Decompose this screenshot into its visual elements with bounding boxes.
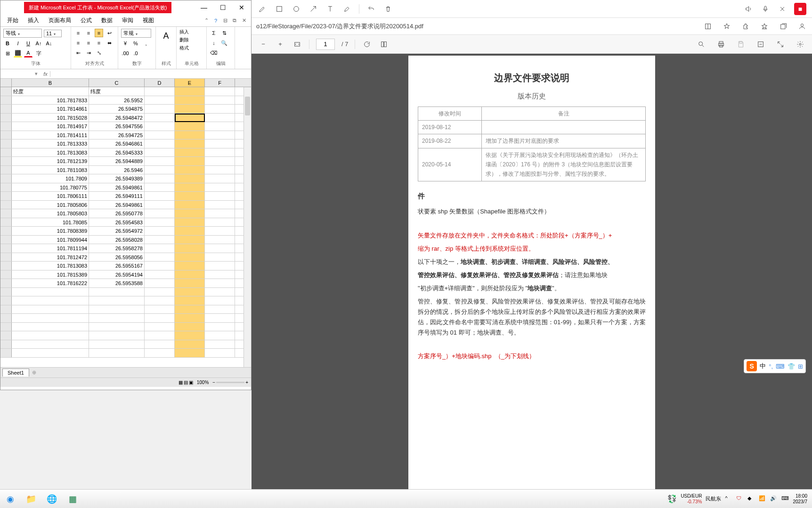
mic-icon[interactable] xyxy=(760,4,771,14)
table-row[interactable]: 101.781622226.5953588 xyxy=(0,279,251,288)
inc-decimal-button[interactable]: .00 xyxy=(121,49,130,57)
close-small-icon[interactable]: ✕ xyxy=(241,17,247,24)
currency-widget[interactable]: USD/EUR -0.73% xyxy=(681,493,702,505)
window-maximize-button[interactable]: ☐ xyxy=(213,1,232,14)
delete-icon[interactable] xyxy=(383,4,393,14)
table-row[interactable]: 101.781119426.5958278 xyxy=(0,244,251,253)
vertical-scrollbar[interactable] xyxy=(244,87,251,367)
font-shrink-button[interactable]: A↓ xyxy=(45,39,53,48)
font-grow-button[interactable]: A↑ xyxy=(34,39,43,48)
pageview-icon[interactable] xyxy=(379,39,389,49)
sheet-rows[interactable]: 经度纬度101.781783326.5952101.781486126.5948… xyxy=(0,87,251,358)
ime-keyboard-icon[interactable]: ⌨ xyxy=(776,361,785,371)
clear-button[interactable]: ⌫ xyxy=(210,49,218,57)
indent-inc-button[interactable]: ⇥ xyxy=(84,49,93,57)
zoom-out-icon[interactable]: − xyxy=(258,39,268,49)
view-normal-icon[interactable]: ▦ xyxy=(179,380,183,385)
tray-ime-icon[interactable]: ⌨ xyxy=(781,495,789,503)
menu-formula[interactable]: 公式 xyxy=(76,15,97,26)
orient-button[interactable]: ⤡ xyxy=(95,49,103,57)
tray-shield-icon[interactable]: 🛡 xyxy=(736,495,744,503)
favorites-list-icon[interactable] xyxy=(759,21,770,32)
favorite-icon[interactable] xyxy=(722,21,732,32)
pdf-page-input[interactable] xyxy=(316,39,335,50)
sheet-tab-1[interactable]: Sheet1 xyxy=(2,369,29,377)
underline-button[interactable]: U xyxy=(24,39,32,48)
tray-volume-icon[interactable]: 🔊 xyxy=(770,495,778,503)
circle-icon[interactable] xyxy=(291,4,301,14)
collections-icon[interactable] xyxy=(778,21,788,32)
table-row[interactable]: 101.780580626.5949861 xyxy=(0,201,251,210)
excel-titlebar[interactable]: 新建 Microsoft Excel 工作表 - Microsoft Excel… xyxy=(0,0,251,15)
merge-button[interactable]: ⬌ xyxy=(105,39,114,47)
currency-button[interactable]: ¥ xyxy=(121,39,130,48)
tray-chevron-icon[interactable]: ^ xyxy=(725,495,732,503)
table-row[interactable]: 101.781308326.5945333 xyxy=(0,148,251,157)
extensions-icon[interactable] xyxy=(740,21,751,32)
find-button[interactable]: 🔍 xyxy=(220,39,228,47)
menu-insert[interactable]: 插入 xyxy=(23,15,44,26)
draw-icon[interactable] xyxy=(257,4,268,14)
bold-button[interactable]: B xyxy=(3,39,12,48)
ime-toolbar[interactable]: S 中 °, ⌨ 👕 ⊞ xyxy=(744,359,806,373)
zoom-out-button[interactable]: − xyxy=(212,380,215,385)
ime-menu-icon[interactable]: ⊞ xyxy=(798,361,803,371)
window-icon[interactable]: ⊟ xyxy=(222,17,228,24)
table-row[interactable]: 101.781333326.5946861 xyxy=(0,139,251,148)
highlight-icon[interactable] xyxy=(342,4,352,14)
taskbar-globe-icon[interactable]: 🌐 xyxy=(41,491,62,508)
speaker-icon[interactable] xyxy=(743,4,754,14)
border-button[interactable]: ⊞ xyxy=(3,49,12,57)
print-icon[interactable] xyxy=(716,39,726,49)
table-row[interactable]: 101.781486126.594875 xyxy=(0,105,251,114)
profile-icon[interactable] xyxy=(797,21,807,32)
percent-button[interactable]: % xyxy=(131,39,140,48)
menu-pagelayout[interactable]: 页面布局 xyxy=(44,15,76,26)
reader-icon[interactable] xyxy=(703,21,713,32)
menu-home[interactable]: 开始 xyxy=(2,15,23,26)
close-annot-icon[interactable] xyxy=(777,4,788,14)
table-row[interactable]: 101.781213926.5944889 xyxy=(0,157,251,166)
table-row[interactable]: 101.781308326.5955167 xyxy=(0,262,251,270)
restore-icon[interactable]: ⧉ xyxy=(231,17,238,24)
select-all-corner[interactable] xyxy=(0,79,12,87)
font-size-dropdown[interactable]: 11 xyxy=(44,30,62,37)
table-row[interactable]: 101.780926.5949389 xyxy=(0,174,251,183)
table-row[interactable]: 101.780838926.5954972 xyxy=(0,227,251,236)
wrap-button[interactable]: ↩ xyxy=(105,29,114,37)
col-header-F[interactable]: F xyxy=(205,79,235,87)
table-row[interactable]: 101.7808526.5954583 xyxy=(0,218,251,227)
ime-punct-icon[interactable]: °, xyxy=(769,361,773,371)
col-header-E[interactable]: E xyxy=(175,79,205,87)
phonetic-button[interactable]: 字 xyxy=(34,49,43,57)
menu-review[interactable]: 审阅 xyxy=(117,15,138,26)
currency-icon[interactable]: 💱 xyxy=(667,494,677,503)
taskbar-excel-icon[interactable]: ▦ xyxy=(62,491,83,508)
name-box-dropdown-icon[interactable]: ▾ xyxy=(32,71,41,77)
italic-button[interactable]: I xyxy=(14,39,22,48)
table-row[interactable]: 101.780994426.5958028 xyxy=(0,236,251,245)
font-name-dropdown[interactable]: 等线 xyxy=(3,29,42,38)
zoom-label[interactable]: 100% xyxy=(194,380,212,385)
fill-color-button[interactable]: ⬛ xyxy=(14,49,22,57)
menu-view[interactable]: 视图 xyxy=(138,15,159,26)
close-red-button[interactable]: ■ xyxy=(794,3,806,15)
rotate-icon[interactable] xyxy=(362,39,372,49)
table-row[interactable]: 101.780611126.5949111 xyxy=(0,192,251,201)
new-sheet-button[interactable]: ⊕ xyxy=(29,369,39,376)
table-row[interactable]: 101.781538926.5954194 xyxy=(0,270,251,279)
tray-app-icon[interactable]: ◆ xyxy=(747,495,755,503)
col-header-C[interactable]: C xyxy=(89,79,145,87)
settings-icon[interactable] xyxy=(795,39,805,49)
annotate-icon[interactable] xyxy=(755,39,766,49)
edge-address-bar[interactable]: o12/FileStorage/File/2023-07/边界文件要求说明202… xyxy=(252,18,812,35)
align-bot-button[interactable]: ≡ xyxy=(95,29,103,37)
sort-button[interactable]: ⇅ xyxy=(220,29,228,37)
search-icon[interactable] xyxy=(696,39,706,49)
insert-cells-button[interactable]: 插入 xyxy=(179,29,189,35)
zoom-in-icon[interactable]: + xyxy=(275,39,285,49)
zoom-in-button[interactable]: + xyxy=(245,380,248,385)
align-right-button[interactable]: ≡ xyxy=(95,39,103,47)
comma-button[interactable]: , xyxy=(142,39,150,48)
taskbar-explorer-icon[interactable]: 📁 xyxy=(21,491,41,508)
